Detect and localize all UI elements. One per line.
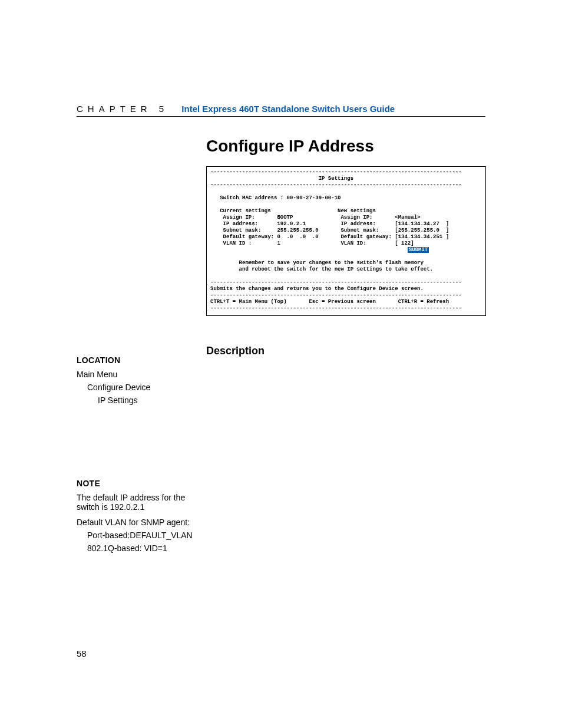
page: CHAPTER 5 Intel Express 460T Standalone … <box>0 0 562 728</box>
rule: ----------------------------------------… <box>210 182 462 188</box>
submit-button[interactable]: SUBMIT <box>408 247 429 253</box>
page-title: Configure IP Address <box>206 137 374 156</box>
default-gateway-line: Default gateway: 0 .0 .0 .0 Default gate… <box>210 234 449 240</box>
page-number: 58 <box>77 648 87 658</box>
reminder-line-1: Remember to save your changes to the swi… <box>210 260 424 266</box>
note-line: Default VLAN for SNMP agent: <box>77 518 194 527</box>
mac-address-line: Switch MAC address : 00-90-27-39-00-1D <box>210 195 340 201</box>
rule: ----------------------------------------… <box>210 279 462 285</box>
note-heading: NOTE <box>77 479 194 488</box>
location-heading: LOCATION <box>77 355 194 365</box>
location-block: LOCATION Main Menu Configure Device IP S… <box>77 355 194 409</box>
rule: ----------------------------------------… <box>210 292 462 298</box>
location-item: Configure Device <box>77 383 194 392</box>
note-line: 802.1Q-based: VID=1 <box>77 543 194 553</box>
vlan-id-line: VLAN ID : 1 VLAN ID: [ 122] <box>210 241 414 246</box>
shortcut-footer: CTRL+T = Main Menu (Top) Esc = Previous … <box>210 299 449 305</box>
note-line: Port-based:DEFAULT_VLAN <box>77 531 194 540</box>
rule: ----------------------------------------… <box>210 305 462 311</box>
running-header: CHAPTER 5 Intel Express 460T Standalone … <box>77 104 485 117</box>
ip-address-line: IP address: 192.0.2.1 IP address: [134.1… <box>210 221 449 227</box>
note-line: The default IP address for the switch is… <box>77 493 194 512</box>
chapter-label: CHAPTER 5 <box>77 104 168 114</box>
terminal-screenshot: ----------------------------------------… <box>206 166 486 316</box>
submits-line: Submits the changes and returns you to t… <box>210 286 424 292</box>
description-heading: Description <box>206 345 265 357</box>
reminder-line-2: and reboot the switch for the new IP set… <box>210 266 433 272</box>
settings-headers: Current settings New settings <box>210 208 376 214</box>
location-item: Main Menu <box>77 370 194 379</box>
location-item: IP Settings <box>77 396 194 405</box>
terminal-title: IP Settings <box>210 176 353 182</box>
rule: ----------------------------------------… <box>210 169 462 175</box>
guide-title: Intel Express 460T Standalone Switch Use… <box>181 104 395 114</box>
note-block: NOTE The default IP address for the swit… <box>77 479 194 556</box>
assign-ip-line: Assign IP: BOOTP Assign IP: <Manual> <box>210 215 420 220</box>
subnet-mask-line: Subnet mask: 255.255.255.0 Subnet mask: … <box>210 228 449 233</box>
